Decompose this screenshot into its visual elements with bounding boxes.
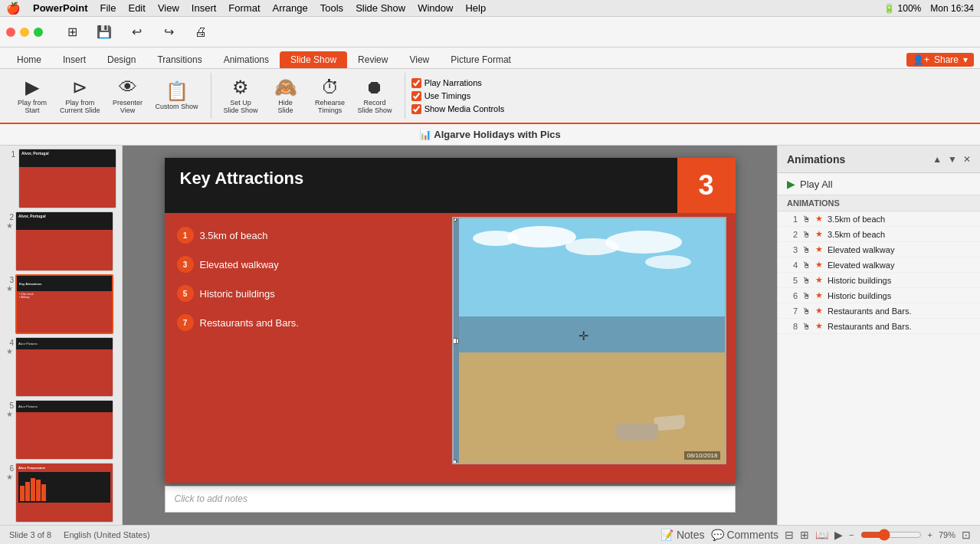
slide-image-6[interactable]: Alvor Temperature [15, 463, 113, 523]
cloud-5 [645, 255, 691, 269]
nav-down-button[interactable]: ▼ [948, 154, 957, 165]
share-button[interactable]: 👤+ Share ▾ [906, 53, 974, 67]
apple-menu[interactable]: 🍎 [6, 2, 21, 15]
play-narrations-checkbox[interactable]: Play Narrations [411, 78, 505, 88]
slide-image-selected[interactable]: 9 [452, 217, 726, 464]
nav-up-button[interactable]: ▲ [932, 154, 942, 165]
anim-mouse-2: 🖱 [802, 230, 811, 239]
minimize-button[interactable] [20, 28, 29, 37]
custom-show-button[interactable]: 📋 Custom Show [152, 71, 202, 120]
setup-slideshow-button[interactable]: ⚙ Set UpSlide Show [221, 71, 261, 120]
tab-design[interactable]: Design [97, 51, 146, 68]
anim-item-2[interactable]: 2 🖱 ★ 3.5km of beach [778, 227, 980, 242]
panel-close-button[interactable]: ✕ [963, 154, 971, 165]
hide-slide-button[interactable]: 🙈 HideSlide [266, 71, 306, 120]
zoom-out-icon[interactable]: − [849, 530, 854, 539]
rehearse-timings-button[interactable]: ⏱ RehearseTimings [310, 71, 350, 120]
normal-view-button-status[interactable]: ⊟ [785, 529, 794, 541]
handle-middle-left[interactable] [452, 338, 457, 344]
panel-header: Animations ▲ ▼ ✕ [778, 146, 980, 173]
anim-item-1[interactable]: 1 🖱 ★ 3.5km of beach [778, 211, 980, 227]
fit-to-window-button[interactable]: ⊡ [962, 529, 971, 541]
save-button[interactable]: 💾 [90, 18, 118, 46]
slide-num-6: 6 [2, 463, 14, 473]
anim-item-4[interactable]: 4 🖱 ★ Elevated walkway [778, 257, 980, 273]
print-button[interactable]: 🖨 [187, 18, 215, 46]
notes-button[interactable]: 📝 Notes [660, 529, 704, 541]
play-from-current-button[interactable]: ⊳ Play fromCurrent Slide [57, 71, 103, 120]
reading-view-button[interactable]: 📖 [815, 529, 828, 541]
filename-title: 📊 Algarve Holidays with Pics [419, 129, 561, 140]
app-name[interactable]: PowerPoint [33, 2, 88, 14]
maximize-button[interactable] [34, 28, 43, 37]
undo-button[interactable]: ↩ [123, 18, 150, 46]
comments-button[interactable]: 💬 Comments [711, 529, 779, 541]
anim-num-6: 6 [784, 291, 798, 300]
menu-insert[interactable]: Insert [192, 2, 217, 14]
rehearse-label: RehearseTimings [315, 99, 345, 116]
anim-item-3[interactable]: 3 🖱 ★ Elevated walkway [778, 242, 980, 257]
anim-item-5[interactable]: 5 🖱 ★ Historic buildings [778, 273, 980, 288]
play-all-button[interactable]: ▶ Play All [778, 173, 980, 195]
slide-image-1[interactable]: Alvor, Portugal [18, 149, 116, 208]
use-timings-checkbox[interactable]: Use Timings [411, 91, 505, 101]
main-area: 1 Alvor, Portugal 2 ★ Alvor, Portugal 3 … [0, 146, 980, 525]
slide-bullets: 1 3.5km of beach 3 Elevated walkway 5 Hi… [177, 227, 299, 343]
anim-star-8: ★ [815, 321, 823, 331]
zoom-slider[interactable] [860, 529, 922, 541]
anim-mouse-1: 🖱 [802, 215, 811, 224]
handle-bottom-left[interactable] [452, 460, 457, 464]
cloud-4 [605, 231, 682, 254]
slide-image-2[interactable]: Alvor, Portugal [15, 211, 113, 271]
tab-view[interactable]: View [398, 51, 440, 68]
tab-review[interactable]: Review [347, 51, 398, 68]
tab-transitions[interactable]: Transitions [146, 51, 212, 68]
menu-tools[interactable]: Tools [320, 2, 343, 14]
slideshow-view-button[interactable]: ▶ [834, 529, 843, 541]
anim-mouse-6: 🖱 [802, 291, 811, 300]
tab-picture-format[interactable]: Picture Format [440, 51, 522, 68]
slide-image-4[interactable]: Alvor Pictures [15, 337, 113, 397]
menu-help[interactable]: Help [465, 2, 486, 14]
anim-item-8[interactable]: 8 🖱 ★ Restaurants and Bars. [778, 319, 980, 334]
tab-insert[interactable]: Insert [52, 51, 97, 68]
slide-canvas[interactable]: 3 Key Attractions 1 3.5km of beach 3 Ele… [165, 158, 736, 483]
menu-format[interactable]: Format [228, 2, 260, 14]
bullet-3: 5 Historic buildings [177, 285, 299, 302]
slide-thumb-1[interactable]: 1 Alvor, Portugal [3, 149, 119, 208]
play-from-start-button[interactable]: ▶ Play fromStart [12, 71, 52, 120]
slide-num-1: 1 [3, 149, 15, 159]
menu-view[interactable]: View [158, 2, 179, 14]
menu-file[interactable]: File [100, 2, 116, 14]
menu-slideshow[interactable]: Slide Show [356, 2, 405, 14]
show-media-controls-checkbox[interactable]: Show Media Controls [411, 104, 505, 114]
tab-home[interactable]: Home [6, 51, 52, 68]
notes-placeholder[interactable]: Click to add notes [175, 493, 247, 504]
slide-thumb-2[interactable]: 2 ★ Alvor, Portugal [3, 211, 119, 271]
menu-edit[interactable]: Edit [128, 2, 145, 14]
slide-thumb-3[interactable]: 3 ★ Key Attractions • 3.5km beach • Walk… [3, 274, 119, 334]
slide-thumb-4[interactable]: 4 ★ Alvor Pictures [3, 337, 119, 397]
anim-item-6[interactable]: 6 🖱 ★ Historic buildings [778, 288, 980, 303]
quick-access-toolbar: ⊞ 💾 ↩ ↪ 🖨 [0, 17, 980, 48]
menu-window[interactable]: Window [418, 2, 453, 14]
slide-title[interactable]: Key Attractions [180, 169, 304, 188]
anim-item-7[interactable]: 7 🖱 ★ Restaurants and Bars. [778, 303, 980, 319]
normal-view-button[interactable]: ⊞ [58, 18, 86, 46]
anim-mouse-5: 🖱 [802, 276, 811, 285]
presenter-view-button[interactable]: 👁 PresenterView [108, 71, 148, 120]
redo-button[interactable]: ↪ [155, 18, 182, 46]
sand [459, 352, 724, 463]
battery-icon: 🔋 100% [883, 3, 921, 14]
menu-arrange[interactable]: Arrange [273, 2, 308, 14]
slide-image-5[interactable]: Alvor Pictures [15, 400, 113, 460]
close-button[interactable] [6, 28, 15, 37]
slide-sorter-button[interactable]: ⊞ [800, 529, 809, 541]
slide-thumb-5[interactable]: 5 ★ Alvor Pictures [3, 400, 119, 460]
tab-slideshow[interactable]: Slide Show [280, 51, 347, 68]
record-slideshow-button[interactable]: ⏺ RecordSlide Show [355, 71, 395, 120]
slide-thumb-6[interactable]: 6 ★ Alvor Temperature [3, 463, 119, 523]
slide-image-3[interactable]: Key Attractions • 3.5km beach • Walkway [15, 274, 113, 334]
tab-animations[interactable]: Animations [213, 51, 280, 68]
zoom-in-icon[interactable]: + [928, 530, 932, 539]
